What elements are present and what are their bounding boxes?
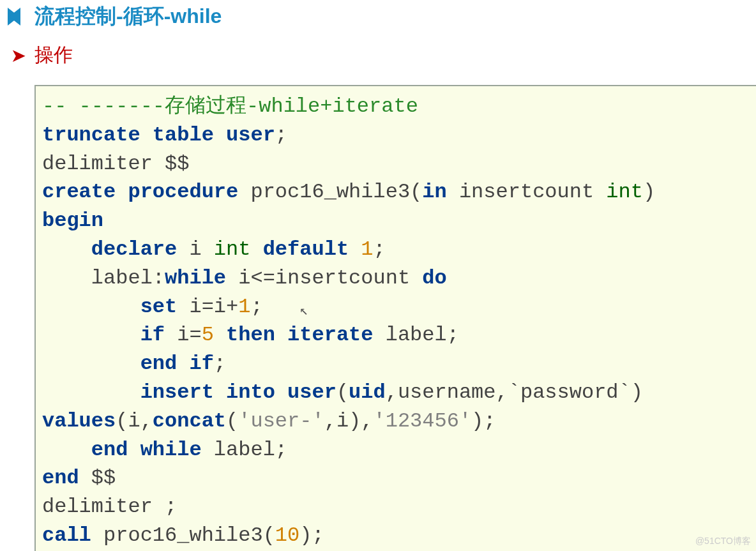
str-pwd: '123456' [373, 409, 471, 433]
code-block: -- -------存储过程-while+iterate truncate ta… [34, 85, 756, 551]
ident-user2: user [287, 381, 336, 404]
proc-name: proc16_while3( [238, 180, 422, 204]
kw-end: end [140, 352, 178, 375]
subtitle: 操作 [34, 42, 73, 68]
delimiter-line: delimiter $$ [42, 152, 189, 176]
kw-then: then [226, 323, 275, 347]
kw-call: call [42, 524, 91, 547]
num-5: 5 [202, 323, 214, 347]
kw-into: into [226, 381, 275, 404]
endwhile-label: label; [202, 438, 287, 462]
kw-procedure: procedure [128, 180, 238, 204]
code-comment: -- -------存储过程-while+iterate [42, 94, 418, 118]
kw-do: do [422, 266, 446, 290]
kw-end2: end [91, 438, 128, 462]
label: label: [42, 266, 165, 290]
kw-truncate: truncate [42, 123, 140, 147]
set-expr: i=i [177, 295, 226, 319]
title-row: 流程控制-循环-while [0, 0, 756, 31]
param-name: insertcount [447, 180, 607, 204]
call-close: ); [299, 524, 324, 547]
watermark: @51CTO博客 [695, 536, 751, 547]
while-cond: i<=insertcount [226, 266, 422, 290]
var-i: i [177, 238, 214, 261]
kw-while2: while [140, 438, 202, 462]
num-1: 1 [361, 238, 373, 261]
kw-values: values [42, 409, 116, 433]
arrow-icon: ➤ [11, 47, 26, 64]
kw-in: in [422, 180, 446, 204]
kw-table: table [153, 123, 214, 147]
kw-declare: declare [91, 238, 177, 261]
op-plus: + [226, 295, 238, 319]
kw-create: create [42, 180, 116, 204]
type-int2: int [214, 238, 251, 261]
end-dd: $$ [79, 466, 116, 490]
type-int: int [606, 180, 643, 204]
diamond-bullet-icon [8, 8, 28, 26]
page-title: 流程控制-循环-while [34, 3, 222, 31]
col-rest: ,username,`password`) [386, 381, 643, 404]
delimiter-reset: delimiter ; [42, 495, 177, 518]
num-1b: 1 [238, 295, 250, 319]
col-uid: uid [349, 381, 386, 404]
subtitle-row: ➤ 操作 [0, 31, 756, 68]
values-mid: ,i), [324, 409, 374, 433]
kw-if2: if [189, 352, 213, 375]
fn-concat: concat [153, 409, 226, 433]
iterate-label: label; [373, 323, 458, 347]
call-name: proc16_while3( [91, 524, 275, 547]
if-expr: i= [165, 323, 202, 347]
kw-insert: insert [140, 381, 214, 404]
values-close: ); [471, 409, 495, 433]
paren-close: ) [643, 180, 655, 204]
cursor-icon: ↖ [299, 302, 308, 322]
kw-if: if [140, 323, 165, 347]
num-10: 10 [275, 524, 299, 547]
kw-iterate: iterate [287, 323, 373, 347]
kw-while: while [165, 266, 226, 290]
kw-end3: end [42, 466, 79, 490]
kw-default: default [263, 238, 349, 261]
kw-set: set [140, 295, 178, 319]
str-user: 'user-' [238, 409, 324, 433]
kw-begin: begin [42, 209, 103, 232]
values-open: (i, [116, 409, 153, 433]
ident-user: user [226, 123, 275, 147]
